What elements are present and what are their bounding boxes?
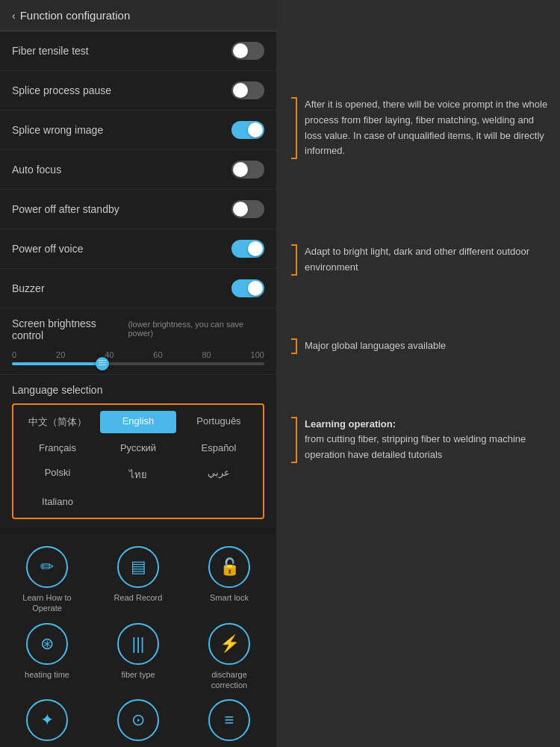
voice-callout-text: After it is opened, there will be voice … (305, 97, 548, 159)
learning-callout: Learning operation: from cutting fiber, … (288, 417, 548, 463)
language-callout-text: Major global languages available (305, 338, 446, 354)
icon-circle-fiber-type: ||| (117, 623, 159, 665)
learning-callout-body: from cutting fiber, stripping fiber to w… (305, 433, 526, 460)
language-section: Language selection 中文（简体）EnglishPortuguê… (0, 375, 276, 528)
icon-label-read-record: Read Record (114, 592, 163, 603)
language-grid: 中文（简体）EnglishPortuguêsFrançaisРусскийEsp… (19, 411, 257, 512)
slider-track (12, 362, 264, 365)
setting-label-power-standby: Power off after standby (12, 203, 119, 215)
toggle-knob-buzzer (248, 281, 263, 296)
toggle-splice-wrong[interactable] (231, 121, 264, 139)
lang-item-pt[interactable]: Português (181, 411, 257, 433)
page-title: Function configuration (20, 9, 131, 22)
setting-label-buzzer: Buzzer (12, 282, 45, 294)
icon-item-learn-operate[interactable]: ✏Learn How to Operate (6, 546, 88, 614)
toggle-knob-power-voice (248, 241, 263, 256)
learning-callout-title: Learning operation: (305, 418, 396, 430)
brightness-title: Screen brightness control (lower brightn… (12, 317, 264, 341)
brightness-slider[interactable]: 0 20 40 60 80 100 (12, 350, 264, 365)
lang-item-ar[interactable]: عربي (181, 462, 257, 487)
language-title: Language selection (12, 384, 264, 396)
icon-label-learn-operate: Learn How to Operate (22, 592, 71, 614)
lang-item-th[interactable]: ไทย (100, 462, 176, 487)
slider-label-20: 20 (56, 350, 65, 359)
slider-thumb[interactable] (96, 357, 109, 371)
setting-row-power-voice: Power off voice (0, 229, 276, 269)
icon-item-optical-power[interactable]: ⊙Optical power meter and optical module (97, 699, 179, 747)
icon-item-read-record[interactable]: ▤Read Record (97, 546, 179, 614)
icon-circle-fiber-splicing: ✦ (26, 699, 68, 741)
callout-bracket-language (288, 338, 297, 354)
icon-item-fiber-splicing[interactable]: ✦Fiber Splicing Set (6, 699, 88, 747)
callout-bracket-voice (288, 97, 297, 159)
toggle-knob-splice-wrong (248, 123, 263, 137)
icon-circle-smart-lock: 🔓 (208, 546, 250, 588)
back-button[interactable]: ‹ (12, 10, 16, 22)
settings-list: Fiber tensile testSplice process pauseSp… (0, 31, 276, 309)
icon-circle-heating-time: ⊛ (26, 623, 68, 665)
lang-item-pl[interactable]: Polski (19, 462, 96, 487)
icon-circle-activate-electrode: ≡ (208, 699, 250, 741)
toggle-buzzer[interactable] (231, 279, 264, 297)
language-grid-wrapper: 中文（简体）EnglishPortuguêsFrançaisРусскийEsp… (12, 403, 264, 519)
lang-item-it[interactable]: Italiano (19, 492, 96, 512)
learning-callout-text: Learning operation: from cutting fiber, … (305, 417, 548, 463)
icon-circle-read-record: ▤ (117, 546, 159, 588)
icon-item-heating-time[interactable]: ⊛heating time (6, 623, 88, 691)
icon-item-discharge-correction[interactable]: ⚡discharge correction (188, 623, 270, 691)
setting-label-auto-focus: Auto focus (12, 164, 61, 176)
toggle-knob-splice-pause (233, 83, 248, 98)
lang-item-fr[interactable]: Français (19, 438, 96, 458)
toggle-power-standby[interactable] (231, 200, 264, 218)
setting-row-fiber-tensile: Fiber tensile test (0, 31, 276, 71)
setting-row-power-standby: Power off after standby (0, 190, 276, 229)
toggle-knob-power-standby (233, 202, 248, 217)
setting-row-auto-focus: Auto focus (0, 150, 276, 190)
icon-circle-optical-power: ⊙ (117, 699, 159, 741)
header: ‹ Function configuration (0, 0, 276, 31)
brightness-section: Screen brightness control (lower brightn… (0, 309, 276, 375)
toggle-auto-focus[interactable] (231, 161, 264, 179)
setting-label-power-voice: Power off voice (12, 243, 83, 255)
voice-callout: After it is opened, there will be voice … (288, 97, 548, 159)
setting-label-splice-wrong: Splice wrong image (12, 124, 103, 136)
icon-label-fiber-type: fiber type (121, 669, 155, 680)
slider-fill (12, 362, 100, 365)
toggle-power-voice[interactable] (231, 240, 264, 258)
toggle-splice-pause[interactable] (231, 81, 264, 99)
icon-label-discharge-correction: discharge correction (211, 669, 247, 691)
setting-row-buzzer: Buzzer (0, 269, 276, 309)
brightness-label: Screen brightness control (12, 317, 125, 341)
toggle-knob-fiber-tensile (233, 43, 248, 58)
setting-label-fiber-tensile: Fiber tensile test (12, 45, 89, 57)
icon-circle-discharge-correction: ⚡ (208, 623, 250, 665)
icon-label-heating-time: heating time (25, 669, 69, 680)
slider-label-60: 60 (153, 350, 162, 359)
icons-section: ✏Learn How to Operate▤Read Record🔓Smart … (0, 534, 276, 747)
icon-item-activate-electrode[interactable]: ≡Activate Electrode (188, 699, 270, 747)
setting-row-splice-wrong: Splice wrong image (0, 111, 276, 150)
lang-item-en[interactable]: English (100, 411, 176, 433)
lang-item-zh[interactable]: 中文（简体） (19, 411, 96, 433)
icon-circle-learn-operate: ✏ (26, 546, 68, 588)
lang-item-es[interactable]: Español (181, 438, 257, 458)
right-panel: After it is opened, there will be voice … (276, 0, 560, 496)
language-callout: Major global languages available (288, 338, 548, 354)
slider-label-100: 100 (251, 350, 264, 359)
brightness-callout-text: Adapt to bright light, dark and other di… (305, 244, 548, 276)
brightness-note: (lower brightness, you can save power) (128, 320, 264, 338)
slider-label-80: 80 (202, 350, 211, 359)
icon-label-smart-lock: Smart lock (210, 592, 249, 603)
brightness-callout: Adapt to bright light, dark and other di… (288, 244, 548, 276)
lang-item-ru[interactable]: Русский (100, 438, 176, 458)
callout-bracket-brightness (288, 244, 297, 276)
callout-bracket-learning (288, 417, 297, 463)
slider-labels: 0 20 40 60 80 100 (12, 350, 264, 359)
slider-label-0: 0 (12, 350, 16, 359)
setting-row-splice-pause: Splice process pause (0, 71, 276, 111)
icons-grid: ✏Learn How to Operate▤Read Record🔓Smart … (6, 546, 270, 747)
left-panel: ‹ Function configuration Fiber tensile t… (0, 0, 276, 747)
toggle-fiber-tensile[interactable] (231, 42, 264, 60)
icon-item-fiber-type[interactable]: |||fiber type (97, 623, 179, 691)
icon-item-smart-lock[interactable]: 🔓Smart lock (188, 546, 270, 614)
